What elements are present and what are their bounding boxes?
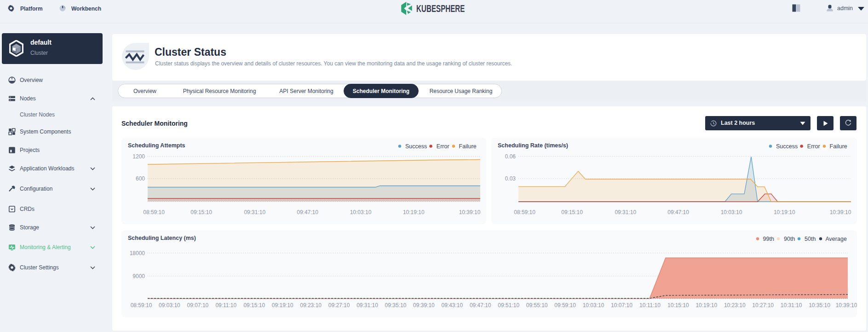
svg-text:08:59:10: 08:59:10 [131,302,152,309]
svg-text:09:47:10: 09:47:10 [667,209,689,216]
svg-text:09:59:10: 09:59:10 [554,302,576,309]
svg-text:09:31:10: 09:31:10 [356,302,378,309]
svg-text:90th: 90th [784,236,795,242]
svg-text:Success: Success [776,143,798,150]
svg-text:09:27:10: 09:27:10 [328,302,350,309]
svg-text:10:19:10: 10:19:10 [403,209,425,216]
svg-text:09:19:10: 09:19:10 [272,302,293,309]
svg-text:09:15:10: 09:15:10 [243,302,265,309]
svg-text:Failure: Failure [830,143,847,150]
svg-text:09:31:10: 09:31:10 [615,209,636,216]
svg-text:Scheduling Latency (ms): Scheduling Latency (ms) [128,235,196,241]
svg-text:10:39:10: 10:39:10 [459,209,481,216]
svg-text:10:03:10: 10:03:10 [583,302,604,309]
svg-text:09:15:10: 09:15:10 [561,209,583,216]
svg-text:Average: Average [826,236,847,242]
svg-text:10:03:10: 10:03:10 [350,209,372,216]
svg-text:Error: Error [807,143,820,150]
svg-text:08:59:10: 08:59:10 [514,209,535,216]
svg-text:0.06: 0.06 [505,153,516,160]
svg-text:99th: 99th [763,236,774,242]
svg-text:Error: Error [437,143,449,150]
svg-text:10:15:10: 10:15:10 [667,302,689,309]
svg-text:10:27:10: 10:27:10 [752,302,774,309]
svg-text:10:39:10: 10:39:10 [830,209,851,216]
svg-text:09:51:10: 09:51:10 [498,302,519,309]
svg-text:09:07:10: 09:07:10 [187,302,209,309]
svg-text:09:03:10: 09:03:10 [159,302,180,309]
svg-text:10:07:10: 10:07:10 [611,302,632,309]
svg-text:Failure: Failure [459,143,477,150]
svg-text:10:03:10: 10:03:10 [721,209,742,216]
svg-text:10:19:10: 10:19:10 [774,209,795,216]
svg-text:09:11:10: 09:11:10 [215,302,236,309]
svg-text:Scheduling Rate (times/s): Scheduling Rate (times/s) [498,142,568,149]
svg-text:09:55:10: 09:55:10 [526,302,548,309]
svg-text:09:43:10: 09:43:10 [441,302,463,309]
svg-text:10:23:10: 10:23:10 [724,302,746,309]
svg-text:10:19:10: 10:19:10 [696,302,717,309]
svg-text:18000: 18000 [130,250,145,256]
svg-text:0.03: 0.03 [505,175,516,182]
svg-text:10:11:10: 10:11:10 [639,302,661,309]
svg-text:600: 600 [136,175,145,182]
svg-text:09:23:10: 09:23:10 [300,302,322,309]
svg-text:9000: 9000 [132,273,145,280]
svg-text:09:35:10: 09:35:10 [385,302,407,309]
svg-text:09:47:10: 09:47:10 [470,302,491,309]
svg-text:09:47:10: 09:47:10 [297,209,318,216]
svg-text:Scheduling Attempts: Scheduling Attempts [128,142,185,149]
svg-text:09:31:10: 09:31:10 [244,209,265,216]
svg-text:10:31:10: 10:31:10 [781,302,802,309]
svg-text:10:35:10: 10:35:10 [809,302,830,309]
svg-text:08:59:10: 08:59:10 [143,209,165,216]
svg-text:09:39:10: 09:39:10 [413,302,435,309]
svg-text:Success: Success [405,143,427,150]
svg-text:1200: 1200 [132,153,145,160]
svg-text:10:39:10: 10:39:10 [836,302,857,309]
svg-text:50th: 50th [805,236,816,242]
svg-text:09:15:10: 09:15:10 [190,209,212,216]
